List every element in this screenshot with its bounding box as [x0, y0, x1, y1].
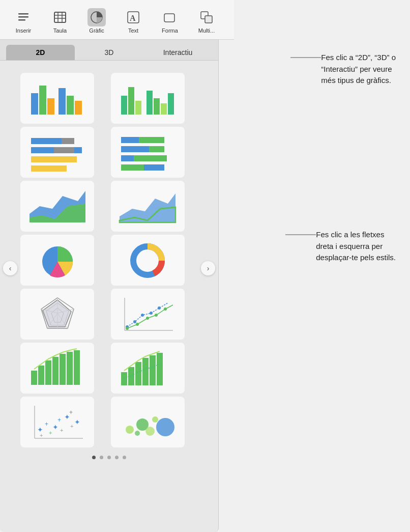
- chart-bubble[interactable]: [111, 397, 185, 447]
- svg-rect-31: [74, 147, 82, 153]
- chart-bar-grouped-2[interactable]: [111, 73, 185, 124]
- svg-rect-37: [149, 146, 164, 152]
- svg-rect-38: [121, 155, 134, 161]
- svg-rect-39: [134, 155, 167, 161]
- svg-rect-71: [60, 354, 66, 385]
- page-dot-3[interactable]: [107, 456, 111, 459]
- callout-middle-line1: Fes clic a les fletxes: [316, 230, 384, 239]
- toolbar-item-multi[interactable]: Multi...: [188, 4, 225, 36]
- svg-rect-79: [157, 353, 163, 385]
- svg-rect-17: [58, 88, 66, 115]
- svg-rect-70: [52, 357, 58, 385]
- page-dot-4[interactable]: [115, 456, 119, 459]
- svg-rect-21: [128, 87, 134, 115]
- chart-bar-line-1[interactable]: [20, 343, 94, 394]
- svg-rect-29: [31, 147, 54, 153]
- svg-point-60: [150, 312, 153, 315]
- svg-rect-30: [54, 147, 74, 153]
- inserir-label: Inserir: [16, 27, 32, 34]
- chart-tab-bar: 2D 3D Interactiu: [0, 40, 218, 61]
- svg-rect-41: [144, 164, 164, 171]
- svg-rect-0: [18, 13, 28, 15]
- toolbar-item-forma[interactable]: Forma: [152, 4, 188, 36]
- svg-rect-76: [135, 362, 141, 385]
- svg-rect-19: [75, 101, 82, 115]
- svg-text:✦: ✦: [74, 418, 80, 426]
- svg-rect-77: [142, 358, 149, 385]
- svg-text:+: +: [49, 430, 52, 436]
- svg-rect-67: [31, 371, 37, 385]
- inserir-icon: [14, 8, 33, 26]
- chart-scatter-line[interactable]: [111, 289, 185, 340]
- charts-area: ‹ ›: [0, 65, 218, 471]
- chart-bar-horizontal-2[interactable]: [111, 127, 185, 178]
- toolbar: Inserir Taula Gràfic A: [0, 0, 234, 40]
- toolbar-item-inserir[interactable]: Inserir: [5, 4, 42, 36]
- chart-bar-line-2[interactable]: [111, 343, 185, 394]
- svg-rect-32: [31, 156, 77, 162]
- multi-label: Multi...: [198, 27, 215, 34]
- multi-icon: [197, 8, 216, 26]
- chart-area-line[interactable]: [111, 181, 185, 232]
- svg-rect-2: [18, 19, 25, 21]
- callout-middle: Fes clic a les fletxes dreta i esquerra …: [316, 229, 396, 264]
- page-dot-1[interactable]: [92, 456, 96, 459]
- svg-rect-22: [135, 101, 141, 115]
- svg-rect-18: [67, 96, 74, 115]
- svg-rect-75: [128, 367, 134, 385]
- svg-rect-72: [67, 352, 73, 385]
- svg-rect-34: [121, 137, 139, 143]
- svg-rect-13: [205, 16, 212, 23]
- chart-radar[interactable]: [20, 289, 94, 340]
- grafic-label: Gràfic: [89, 27, 104, 34]
- svg-point-98: [145, 427, 155, 436]
- svg-rect-28: [62, 138, 74, 144]
- svg-rect-78: [150, 355, 156, 385]
- toolbar-item-text[interactable]: A Text: [115, 4, 152, 36]
- page-dot-2[interactable]: [100, 456, 103, 459]
- svg-point-63: [136, 323, 139, 326]
- pagination: [0, 451, 218, 466]
- toolbar-item-taula[interactable]: Taula: [42, 4, 78, 36]
- svg-point-96: [156, 418, 174, 436]
- svg-rect-11: [164, 14, 174, 22]
- chart-area-filled[interactable]: [20, 181, 94, 232]
- tab-interactiu[interactable]: Interactiu: [143, 45, 212, 60]
- svg-rect-3: [54, 12, 66, 22]
- chart-bar-grouped[interactable]: [20, 73, 94, 124]
- svg-rect-20: [121, 96, 127, 115]
- svg-text:+: +: [70, 423, 73, 429]
- taula-label: Taula: [53, 27, 67, 34]
- svg-text:A: A: [130, 14, 136, 22]
- chart-bar-horizontal[interactable]: [20, 127, 94, 178]
- svg-point-61: [158, 306, 161, 310]
- svg-rect-73: [74, 350, 80, 385]
- tab-2d[interactable]: 2D: [6, 45, 75, 60]
- svg-point-65: [155, 314, 158, 317]
- chart-pie[interactable]: [20, 235, 94, 286]
- svg-rect-36: [121, 146, 149, 152]
- svg-point-95: [152, 416, 158, 423]
- svg-rect-40: [121, 164, 144, 171]
- chart-scatter[interactable]: ✦ + ✦ + ✦ + ✦ + + + +: [20, 397, 94, 447]
- toolbar-item-grafic[interactable]: Gràfic: [78, 4, 115, 36]
- svg-rect-35: [139, 137, 164, 143]
- text-icon: A: [124, 8, 142, 26]
- text-label: Text: [128, 27, 138, 34]
- callout-top-line2: “Interactiu” per veure: [321, 65, 392, 73]
- svg-rect-74: [121, 372, 127, 385]
- nav-left-arrow[interactable]: ‹: [3, 261, 17, 275]
- svg-rect-26: [168, 93, 174, 115]
- svg-rect-14: [31, 93, 38, 115]
- callout-top-line1: Fes clic a “2D”, “3D” o: [321, 53, 396, 62]
- svg-rect-1: [18, 16, 28, 18]
- svg-rect-27: [31, 138, 62, 144]
- nav-right-arrow[interactable]: ›: [201, 261, 215, 275]
- page-dot-5[interactable]: [123, 456, 126, 459]
- svg-rect-16: [47, 98, 54, 115]
- svg-rect-69: [45, 360, 51, 385]
- svg-point-58: [133, 320, 136, 323]
- chart-donut[interactable]: [111, 235, 185, 286]
- svg-point-66: [164, 307, 167, 311]
- tab-3d[interactable]: 3D: [75, 45, 143, 60]
